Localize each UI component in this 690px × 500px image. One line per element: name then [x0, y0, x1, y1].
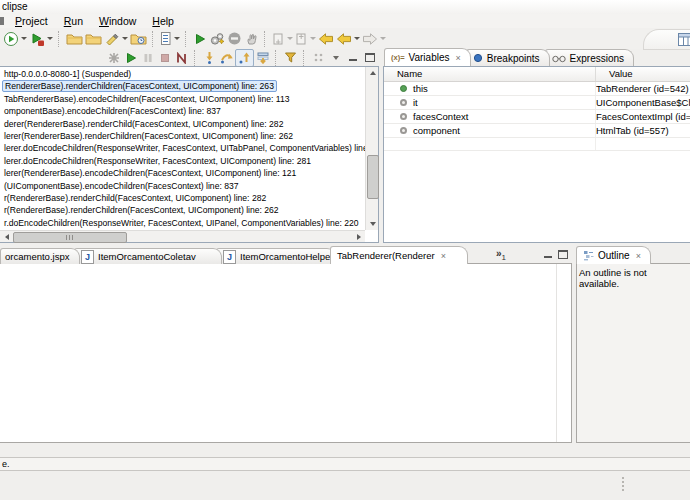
tab-expressions[interactable]: Expressions: [545, 49, 634, 66]
stack-frame-row[interactable]: (UIComponentBase).encodeChildren(FacesCo…: [0, 180, 365, 192]
variable-icon: [400, 127, 407, 134]
prev-annotation-button[interactable]: [271, 29, 294, 48]
open-folder-button[interactable]: [65, 29, 84, 48]
stack-frame-row[interactable]: r(RendererBase).renderChildren(FacesCont…: [0, 204, 365, 216]
back-button[interactable]: [335, 29, 361, 48]
disconnect-button[interactable]: [173, 50, 190, 66]
tab-itemorcamentohelper[interactable]: J ItemOrcamentoHelper.: [216, 248, 336, 264]
empty-row: [384, 138, 690, 152]
stop-button[interactable]: [226, 29, 243, 48]
scroll-up-button[interactable]: [366, 67, 379, 79]
variable-row[interactable]: component HtmlTab (id=557): [384, 124, 690, 138]
title-bar[interactable]: clipse: [0, 0, 690, 14]
view-menu-button[interactable]: [327, 50, 344, 66]
scroll-left-button[interactable]: [0, 231, 13, 242]
dropdown-icon[interactable]: [47, 37, 53, 40]
use-step-filters-button[interactable]: [282, 50, 299, 66]
menu-help[interactable]: Help: [144, 15, 182, 27]
column-header-name[interactable]: Name: [384, 67, 596, 81]
expressions-glasses-icon: [552, 54, 566, 63]
variables-column-headers[interactable]: Name Value: [384, 67, 690, 82]
toolbar-separator: [275, 50, 279, 66]
tab-overflow-indicator[interactable]: »1: [496, 248, 506, 262]
suspend-button[interactable]: [139, 50, 156, 66]
step-over-button[interactable]: [218, 50, 235, 66]
forward-button[interactable]: [361, 29, 387, 48]
close-icon[interactable]: ×: [636, 251, 641, 261]
stack-frame-row[interactable]: lerer.doEncodeChildren(ResponseWriter, F…: [0, 142, 365, 154]
minimize-view-button[interactable]: [344, 50, 361, 66]
dropdown-icon[interactable]: [174, 37, 180, 40]
stack-frame-row[interactable]: lerer.doEncodeChildren(ResponseWriter, F…: [0, 155, 365, 167]
drop-to-frame-button[interactable]: [254, 50, 271, 66]
next-annotation-button[interactable]: [294, 29, 317, 48]
horizontal-scrollbar[interactable]: [0, 230, 365, 242]
folder-history-button[interactable]: [129, 29, 148, 48]
terminate-button[interactable]: [156, 50, 173, 66]
vertical-scrollbar[interactable]: [365, 67, 378, 230]
dropdown-icon[interactable]: [287, 37, 293, 40]
dropdown-icon[interactable]: [122, 37, 128, 40]
stack-frame-row[interactable]: TabRendererBase).encodeChildren(FacesCon…: [0, 93, 365, 105]
tab-tabrenderer-active[interactable]: TabRenderer(Renderer ×: [330, 246, 468, 264]
tab-outline[interactable]: Outline ×: [576, 246, 651, 264]
dropdown-icon[interactable]: [354, 37, 360, 40]
disconnect-icon: [175, 52, 188, 64]
tab-label: ItemOrcamentoHelper.: [240, 251, 336, 262]
dropdown-icon[interactable]: [21, 37, 27, 40]
maximize-view-button[interactable]: [361, 50, 378, 66]
step-into-button[interactable]: [201, 50, 218, 66]
tab-variables[interactable]: (x)= Variables ×: [384, 48, 471, 66]
launch-run-button[interactable]: [28, 29, 54, 48]
status-message: e.: [2, 459, 10, 469]
step-filters-icon: [284, 51, 297, 64]
stack-frame-row[interactable]: lerer(RendererBase).renderChildren(Faces…: [0, 130, 365, 142]
stack-frame-row[interactable]: derer(RendererBase).renderChild(FacesCon…: [0, 118, 365, 130]
remove-all-terminated-button[interactable]: [105, 50, 122, 66]
terminate-icon: [159, 52, 171, 64]
close-icon[interactable]: ×: [456, 53, 461, 63]
view-menu-icon: [333, 56, 339, 60]
close-icon[interactable]: ×: [441, 251, 446, 261]
debug-perspective-icon[interactable]: [678, 33, 690, 46]
tab-itemorcamentocoletav[interactable]: J ItemOrcamentoColetav: [74, 248, 222, 264]
scrollbar-thumb[interactable]: [13, 232, 127, 243]
highlighter-button[interactable]: [103, 29, 129, 48]
list-icon: [160, 31, 172, 46]
launch-debug-button[interactable]: [2, 29, 28, 48]
launch-config-list-button[interactable]: [159, 29, 181, 48]
minimize-icon[interactable]: [544, 252, 552, 258]
step-return-button[interactable]: [235, 49, 254, 67]
stack-frame-row[interactable]: lerer(RendererBase).encodeChildren(Faces…: [0, 167, 365, 179]
dropdown-icon[interactable]: [310, 37, 316, 40]
scroll-right-button[interactable]: [352, 231, 365, 242]
variable-row[interactable]: it UIComponentBase$Child: [384, 96, 690, 110]
stack-frame-row-selected[interactable]: RendererBase).renderChildren(FacesContex…: [0, 80, 365, 92]
last-edit-location-button[interactable]: [317, 29, 335, 48]
editor-content[interactable]: [0, 263, 572, 443]
variable-row[interactable]: this TabRenderer (id=542): [384, 82, 690, 96]
stack-frame-row[interactable]: r(RendererBase).renderChild(FacesContext…: [0, 192, 365, 204]
open-folder-button-2[interactable]: [84, 29, 103, 48]
menu-run[interactable]: Run: [56, 15, 91, 27]
hand-button[interactable]: [243, 29, 260, 48]
scrollbar-thumb[interactable]: [367, 155, 379, 199]
stack-frame-row[interactable]: r.doEncodeChildren(ResponseWriter, Faces…: [0, 217, 365, 229]
trim-drag-handle[interactable]: [622, 477, 626, 491]
debug-misc-button[interactable]: [310, 50, 327, 66]
menu-window[interactable]: Window: [91, 15, 144, 27]
thread-row[interactable]: http-0.0.0.0-8080-1] (Suspended): [0, 68, 365, 80]
scroll-down-button[interactable]: [366, 218, 379, 230]
resume-button[interactable]: [122, 50, 139, 66]
variable-row[interactable]: facesContext FacesContextImpl (id=53: [384, 110, 690, 124]
stack-frame-row[interactable]: omponentBase).encodeChildren(FacesContex…: [0, 105, 365, 117]
dropdown-icon[interactable]: [380, 37, 386, 40]
menu-project[interactable]: Project: [7, 15, 56, 27]
run-tool-button[interactable]: [192, 29, 208, 48]
column-header-value[interactable]: Value: [596, 67, 633, 81]
back-arrow-icon: [318, 32, 334, 46]
tab-breakpoints[interactable]: Breakpoints: [466, 49, 550, 66]
external-tools-button[interactable]: [208, 29, 226, 48]
maximize-icon[interactable]: [558, 250, 568, 259]
tab-orcamento-jspx[interactable]: orcamento.jspx: [0, 248, 80, 264]
